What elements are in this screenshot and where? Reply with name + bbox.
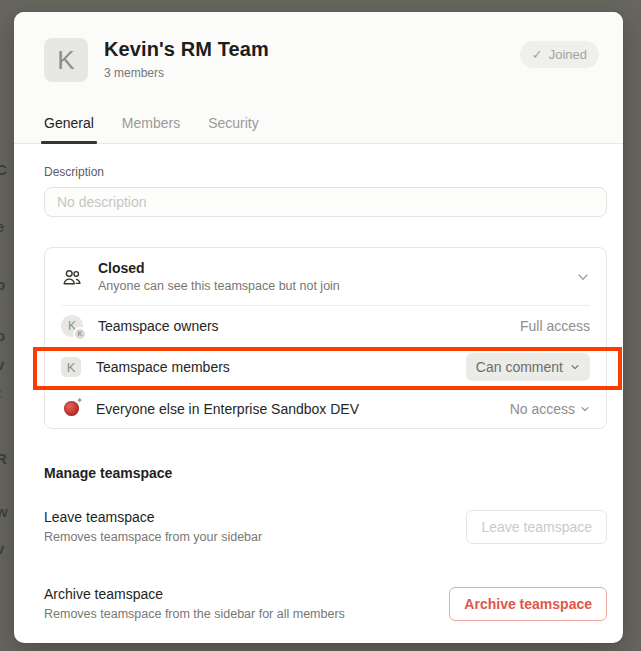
permission-row-name: Teamspace members xyxy=(96,359,230,375)
archive-teamspace-title: Archive teamspace xyxy=(44,586,345,602)
permissions-card: Closed Anyone can see this teamspace but… xyxy=(44,247,607,429)
check-icon: ✓ xyxy=(532,47,543,62)
access-level-selector[interactable]: Closed Anyone can see this teamspace but… xyxy=(45,248,606,305)
permission-row-name: Everyone else in Enterprise Sandbox DEV xyxy=(96,401,359,417)
member-count: 3 members xyxy=(104,66,269,80)
settings-tabs: General Members Security xyxy=(44,115,599,143)
permission-row-members: K Teamspace members Can comment xyxy=(45,345,606,389)
leave-teamspace-button[interactable]: Leave teamspace xyxy=(466,510,607,544)
tab-general[interactable]: General xyxy=(44,115,94,143)
leave-teamspace-title: Leave teamspace xyxy=(44,509,262,525)
permission-row-owners: K K Teamspace owners Full access xyxy=(45,306,606,345)
backdrop-text-fragment: R xyxy=(0,450,14,467)
backdrop-text-fragment: o xyxy=(0,276,14,293)
teamspace-title: Kevin's RM Team xyxy=(104,38,269,61)
joined-badge[interactable]: ✓ Joined xyxy=(520,41,599,68)
access-level-subtitle: Anyone can see this teamspace but not jo… xyxy=(98,279,340,293)
backdrop-text-fragment: v xyxy=(0,356,14,373)
archive-teamspace-row: Archive teamspace Removes teamspace from… xyxy=(44,586,607,621)
members-avatar-icon: K xyxy=(61,357,81,377)
backdrop-text-fragment: e xyxy=(0,218,14,235)
everyone-permission-dropdown[interactable]: No access xyxy=(510,401,590,417)
permission-row-name: Teamspace owners xyxy=(98,318,219,334)
teamspace-settings-dialog: K Kevin's RM Team 3 members ✓ Joined Gen… xyxy=(14,12,623,643)
chevron-down-icon xyxy=(580,404,590,414)
joined-badge-label: Joined xyxy=(549,47,587,62)
leave-teamspace-subtitle: Removes teamspace from your sidebar xyxy=(44,530,262,544)
backdrop-text-fragment: t xyxy=(0,384,14,401)
backdrop-text-fragment: v xyxy=(0,540,14,557)
archive-teamspace-subtitle: Removes teamspace from the sidebar for a… xyxy=(44,607,345,621)
backdrop-text-fragment: C xyxy=(0,161,14,178)
archive-teamspace-button[interactable]: Archive teamspace xyxy=(449,587,607,621)
members-permission-dropdown[interactable]: Can comment xyxy=(466,353,590,381)
access-level-title: Closed xyxy=(98,260,340,276)
description-label: Description xyxy=(44,165,607,179)
owners-permission-value: Full access xyxy=(520,318,590,334)
teamspace-title-block: Kevin's RM Team 3 members xyxy=(104,38,269,80)
owners-avatar-icon: K K xyxy=(61,315,83,337)
manage-teamspace-heading: Manage teamspace xyxy=(44,465,607,481)
backdrop-text-fragment: o xyxy=(0,327,14,344)
tab-security[interactable]: Security xyxy=(208,115,259,143)
backdrop-text-fragment: w xyxy=(0,503,14,520)
chevron-down-icon xyxy=(570,362,580,372)
dialog-header: K Kevin's RM Team 3 members ✓ Joined Gen… xyxy=(14,12,623,144)
leave-teamspace-row: Leave teamspace Removes teamspace from y… xyxy=(44,509,607,544)
chevron-down-icon xyxy=(576,270,590,284)
people-icon xyxy=(61,266,83,288)
description-input[interactable] xyxy=(44,187,607,217)
permission-row-everyone: ✦ Everyone else in Enterprise Sandbox DE… xyxy=(45,389,606,428)
tab-members[interactable]: Members xyxy=(122,115,180,143)
workspace-logo-icon: ✦ xyxy=(61,399,81,419)
teamspace-avatar: K xyxy=(44,38,88,82)
